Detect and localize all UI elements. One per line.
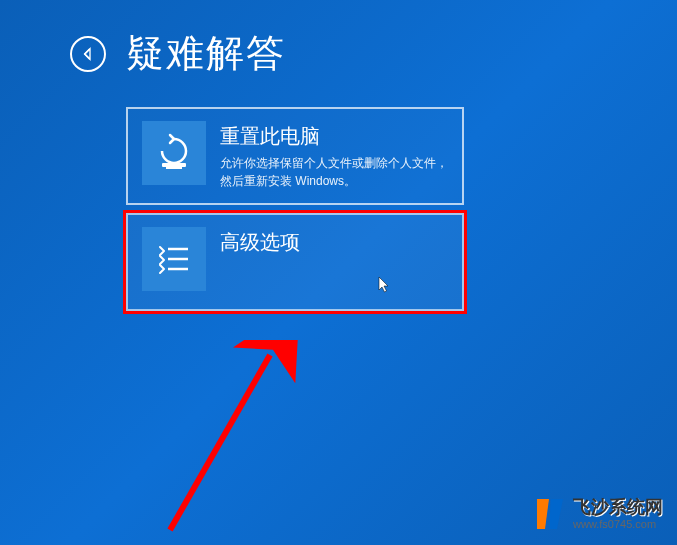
mouse-cursor-icon — [378, 276, 392, 297]
svg-rect-0 — [162, 163, 186, 167]
reset-pc-tile[interactable]: 重置此电脑 允许你选择保留个人文件或删除个人文件，然后重新安装 Windows。 — [126, 107, 464, 205]
reset-pc-title: 重置此电脑 — [220, 123, 448, 150]
page-title: 疑难解答 — [126, 28, 286, 79]
reset-pc-description: 允许你选择保留个人文件或删除个人文件，然后重新安装 Windows。 — [220, 154, 448, 190]
watermark-url: www.fs0745.com — [573, 518, 663, 530]
svg-rect-1 — [166, 167, 182, 169]
advanced-options-tile[interactable]: 高级选项 — [126, 213, 464, 311]
watermark-logo-icon — [535, 497, 565, 531]
back-arrow-icon — [80, 46, 96, 62]
advanced-options-title: 高级选项 — [220, 229, 300, 256]
watermark-name: 飞沙系统网 — [573, 498, 663, 518]
options-list: 重置此电脑 允许你选择保留个人文件或删除个人文件，然后重新安装 Windows。… — [0, 107, 677, 311]
advanced-options-icon — [142, 227, 206, 291]
page-header: 疑难解答 — [0, 0, 677, 79]
back-button[interactable] — [70, 36, 106, 72]
svg-line-5 — [170, 355, 270, 530]
reset-pc-text: 重置此电脑 允许你选择保留个人文件或删除个人文件，然后重新安装 Windows。 — [220, 109, 462, 190]
advanced-options-text: 高级选项 — [220, 215, 314, 260]
watermark-text: 飞沙系统网 www.fs0745.com — [573, 498, 663, 530]
reset-pc-icon — [142, 121, 206, 185]
watermark: 飞沙系统网 www.fs0745.com — [535, 497, 663, 531]
annotation-arrow-icon — [140, 340, 320, 540]
